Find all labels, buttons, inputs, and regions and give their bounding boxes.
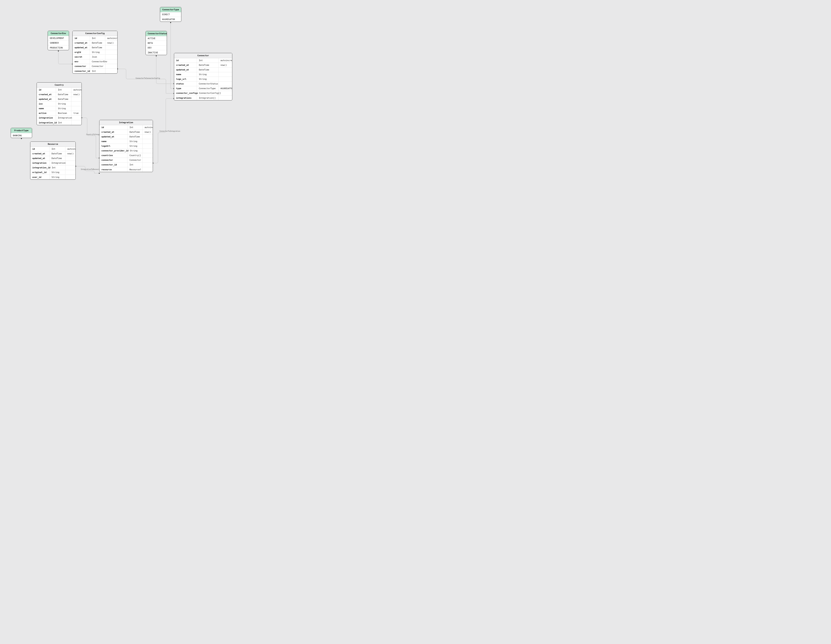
field-row: user_idString	[30, 175, 75, 179]
field-name: connector_id	[99, 163, 127, 167]
field-row: integration_idInt	[37, 120, 81, 125]
entity-integration[interactable]: IntegrationidIntautoincrement()created_a…	[99, 120, 153, 172]
enum-value-label: DIRECT	[160, 12, 181, 17]
field-type: ConnectorStatus	[197, 81, 219, 86]
field-type: Connector	[90, 64, 105, 69]
field-attr	[72, 117, 81, 119]
field-type: DateTime	[127, 134, 143, 139]
field-name: integration_id	[37, 121, 56, 125]
entity-connector[interactable]: ConnectoridIntautoincrement()created_atD…	[174, 53, 232, 100]
field-name: integration	[30, 161, 49, 165]
field-name: id	[30, 147, 49, 151]
field-name: created_at	[174, 63, 197, 67]
field-type: Int	[56, 121, 72, 125]
svg-point-14	[21, 138, 22, 139]
field-attr: autoincrement()	[65, 147, 75, 151]
field-row: idIntautoincrement()	[174, 58, 232, 63]
field-row: idIntautoincrement()	[30, 147, 75, 151]
field-name: integration	[37, 116, 56, 120]
field-row: created_atDateTimenow()	[99, 130, 153, 134]
field-attr	[219, 92, 232, 94]
enum-value-label: PRODUCTION	[48, 46, 69, 50]
field-name: integrations	[174, 96, 197, 100]
field-name: id	[99, 125, 127, 130]
field-name: created_at	[30, 151, 49, 156]
field-attr	[65, 176, 75, 178]
field-name: connector_id	[73, 69, 90, 73]
field-attr	[105, 70, 117, 72]
field-row: updated_atDateTime	[174, 67, 232, 72]
field-row: created_atDateTimenow()	[30, 151, 75, 156]
entity-connectortype[interactable]: ConnectorTypeDIRECTAGGREGATOR	[160, 7, 181, 22]
field-type: DateTime	[49, 151, 65, 156]
field-type: Boolean	[56, 111, 72, 115]
field-attr	[143, 140, 153, 142]
field-attr	[143, 169, 153, 171]
field-type: Int	[49, 147, 65, 151]
field-type: Int	[90, 69, 105, 73]
field-row: nameString	[174, 72, 232, 77]
field-attr: now()	[65, 151, 75, 156]
field-name: id	[37, 88, 56, 92]
field-row: created_atDateTimenow()	[174, 63, 232, 67]
field-row: original_idString	[30, 170, 75, 175]
field-attr	[72, 122, 81, 124]
enum-value: AGGREGATOR	[160, 17, 181, 22]
entity-country[interactable]: CountryidIntautoincrement()created_atDat…	[37, 82, 82, 125]
field-row: activeBooleantrue	[37, 111, 81, 116]
field-attr: autoincrement()	[105, 36, 117, 40]
field-name: user_id	[30, 175, 49, 179]
enum-value: DEVELOPMENT	[48, 36, 69, 41]
field-name: updated_at	[174, 67, 197, 72]
entity-title: ConnectorStatus	[146, 31, 167, 36]
field-row: idIntautoincrement()	[37, 88, 81, 92]
erd-canvas: ConnectorToConnectorConfig ConnectorToIn…	[0, 0, 237, 184]
field-type: Json	[90, 55, 105, 59]
enum-value: BANKING	[11, 133, 32, 138]
field-row: nameString	[99, 139, 153, 144]
field-type: Resource?	[127, 167, 143, 172]
enum-value: BETA	[146, 41, 167, 46]
field-type: ConnectorEnv	[90, 59, 105, 64]
enum-value-label: SANDBOX	[48, 41, 69, 45]
field-attr	[219, 83, 232, 85]
rel-connector-integration: ConnectorToIntegration	[159, 131, 180, 132]
field-attr	[72, 103, 81, 105]
field-row: integrationIntegration	[37, 116, 81, 120]
enum-value: SANDBOX	[48, 41, 69, 45]
field-name: connector	[73, 64, 90, 69]
field-attr	[65, 167, 75, 169]
field-attr: now()	[143, 130, 153, 134]
entity-producttype[interactable]: ProductTypeBANKING	[11, 128, 32, 138]
field-type: DateTime	[197, 63, 218, 67]
field-name: updated_at	[37, 97, 56, 101]
entity-connectorstatus[interactable]: ConnectorStatusACTIVEBETADEVINACTIVE	[145, 31, 167, 55]
field-row: orgIdString	[73, 50, 117, 55]
field-attr	[72, 108, 81, 110]
field-attr	[65, 162, 75, 164]
field-name: updated_at	[73, 45, 90, 50]
field-type: Integration	[56, 116, 72, 120]
field-row: connector_idInt	[73, 69, 117, 73]
field-attr: now()	[218, 63, 232, 67]
entity-title: ConnectorConfig	[73, 31, 117, 36]
field-row: integrationIntegration	[30, 161, 75, 166]
rel-connector-connectorconfig: ConnectorToConnectorConfig	[135, 78, 160, 79]
field-attr	[218, 73, 232, 75]
field-type: Int	[50, 166, 65, 170]
field-type: String	[197, 72, 218, 77]
enum-value: PRODUCTION	[48, 45, 69, 50]
field-attr	[218, 69, 232, 71]
field-name: name	[174, 72, 197, 77]
entity-connectorenv[interactable]: ConnectorEnvDEVELOPMENTSANDBOXPRODUCTION	[48, 31, 69, 50]
field-type: String	[127, 144, 143, 148]
entity-title: Connector	[174, 53, 232, 58]
entity-connectorconfig[interactable]: ConnectorConfigidIntautoincrement()creat…	[72, 31, 118, 73]
entity-resource[interactable]: ResourceidIntautoincrement()created_atDa…	[30, 142, 76, 180]
field-name: original_id	[30, 170, 49, 175]
field-type: Int	[127, 125, 143, 130]
field-attr	[65, 171, 75, 174]
field-name: updated_at	[30, 156, 49, 161]
field-name: id	[174, 58, 197, 63]
field-type: String	[128, 148, 143, 153]
